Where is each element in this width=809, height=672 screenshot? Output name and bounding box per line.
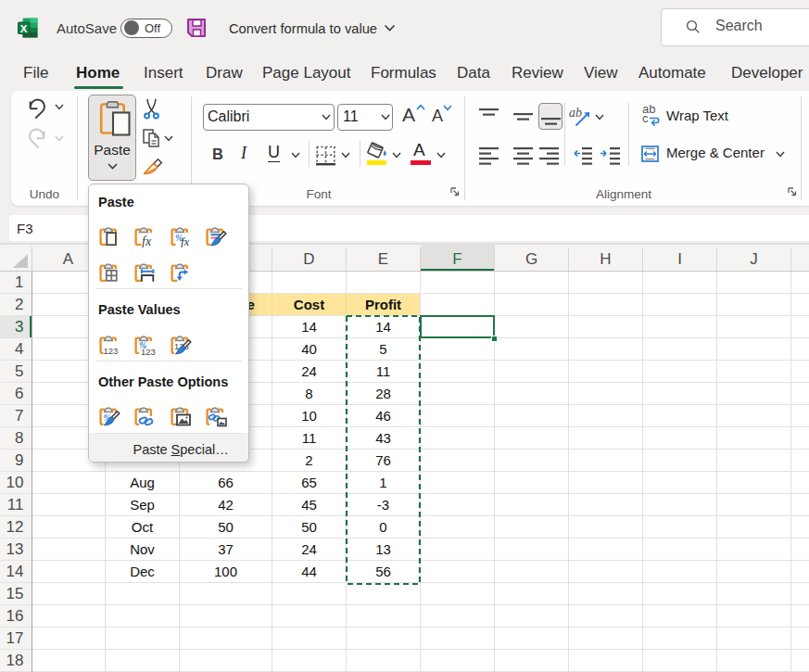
svg-text:123: 123 <box>141 347 156 357</box>
svg-text:123: 123 <box>103 346 118 356</box>
svg-text:fx: fx <box>181 235 190 248</box>
svg-text:fx: fx <box>142 235 152 248</box>
svg-text:X: X <box>20 23 28 34</box>
